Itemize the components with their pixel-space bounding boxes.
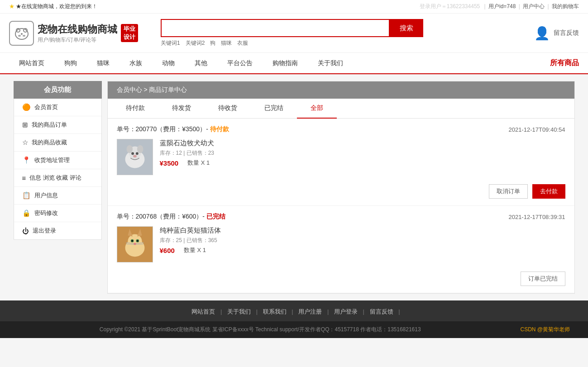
svg-point-21 <box>131 240 133 242</box>
search-input[interactable] <box>161 19 390 37</box>
product-1-price: ¥3500 <box>160 159 179 167</box>
product-2-price-row: ¥600 数量 X 1 <box>160 246 565 254</box>
keyword-4[interactable]: 猫咪 <box>221 39 232 47</box>
feedback-area[interactable]: 👤 留言反馈 <box>534 26 579 41</box>
sidebar-item-orders[interactable]: ⊞ 我的商品订单 <box>14 116 101 134</box>
footer-feedback[interactable]: 留言反馈 <box>370 308 393 315</box>
order-1-time: 2021-12-17T09:40:54 <box>508 126 565 133</box>
copyright-text: Copyright ©2021 基于SprintBoot宠物商城系统 某省ICP… <box>100 326 421 333</box>
user-id-link[interactable]: 用户id=748 <box>488 3 516 10</box>
nav-all-products[interactable]: 所有商品 <box>550 53 579 73</box>
logo-subtitle: 用户/购物车/订单/评论等 <box>38 36 117 44</box>
top-bar: ★ ★在线宠物商城，欢迎您的到来！ 登录用户＝13622334455 | 用户i… <box>0 0 588 14</box>
footer-about[interactable]: 关于我们 <box>227 308 251 315</box>
sidebar-item-user-info[interactable]: 📋 用户信息 <box>14 187 101 205</box>
logo-text: 宠物在线购物商城 用户/购物车/订单/评论等 <box>38 23 117 44</box>
nav-about[interactable]: 关于我们 <box>308 54 353 74</box>
badge-line2: 设计 <box>124 33 135 41</box>
cancel-order-1-button[interactable]: 取消订单 <box>489 184 528 199</box>
sidebar-item-label: 会员首页 <box>34 103 58 111</box>
logout-icon: ⏻ <box>22 227 29 235</box>
star-icon: ★ <box>9 3 14 10</box>
order-1-product-row: 蓝陨石边牧犬幼犬 库存：12 | 已销售：23 ¥3500 数量 X 1 <box>117 139 565 175</box>
sidebar-item-favorites[interactable]: ☆ 我的商品收藏 <box>14 134 101 152</box>
sidebar-item-logout[interactable]: ⏻ 退出登录 <box>14 222 101 239</box>
password-icon: 🔒 <box>22 209 31 217</box>
keyword-2[interactable]: 关键词2 <box>186 39 205 47</box>
keyword-3[interactable]: 狗 <box>210 39 215 47</box>
tab-pending-payment[interactable]: 待付款 <box>112 99 158 119</box>
order-2-product-row: 纯种蓝白英短猫活体 库存：25 | 已销售：365 ¥600 数量 X 1 <box>117 226 565 262</box>
footer-login[interactable]: 用户登录 <box>334 308 358 315</box>
favorites-icon: ☆ <box>22 138 28 147</box>
svg-point-4 <box>23 35 25 37</box>
orders-icon: ⊞ <box>22 121 28 129</box>
sidebar-item-member-home[interactable]: 🟠 会员首页 <box>14 99 101 116</box>
order-1-num-text: 单号：200770（费用：¥3500）- <box>117 125 210 133</box>
feedback-label: 留言反馈 <box>554 29 579 37</box>
search-button[interactable]: 搜索 <box>390 19 423 37</box>
svg-point-16 <box>128 234 142 248</box>
nav-guide[interactable]: 购物指南 <box>263 54 308 74</box>
svg-point-5 <box>21 33 23 35</box>
footer-sep5: | <box>363 308 366 315</box>
sidebar-item-info-browse[interactable]: ≡ 信息 浏览 收藏 评论 <box>14 169 101 187</box>
nav-announcement[interactable]: 平台公告 <box>217 54 263 74</box>
tab-pending-ship[interactable]: 待发货 <box>158 99 205 119</box>
order-2-number: 单号：200768（费用：¥600）- 已完结 <box>117 213 225 221</box>
member-home-icon: 🟠 <box>22 103 31 111</box>
nav-dog[interactable]: 狗狗 <box>54 54 87 74</box>
nav-animal[interactable]: 动物 <box>152 54 185 74</box>
svg-point-11 <box>131 152 134 155</box>
footer-register[interactable]: 用户注册 <box>298 308 322 315</box>
sidebar-item-address[interactable]: 📍 收货地址管理 <box>14 152 101 169</box>
footer-contact[interactable]: 联系我们 <box>263 308 287 315</box>
top-user-info: 登录用户＝13622334455 | 用户id=748 | 用户中心 | 我的购… <box>418 3 579 10</box>
notice-text: ★在线宠物商城，欢迎您的到来！ <box>16 3 97 10</box>
pay-order-1-button[interactable]: 去付款 <box>532 184 565 199</box>
header: 宠物在线购物商城 用户/购物车/订单/评论等 毕业 设计 搜索 关键词1 关键词… <box>0 14 588 53</box>
svg-point-13 <box>133 155 137 157</box>
sidebar-item-label: 信息 浏览 收藏 评论 <box>29 174 81 182</box>
svg-point-22 <box>136 240 138 242</box>
user-account: 登录用户＝13622334455 <box>420 3 480 10</box>
sidebar: 会员功能 🟠 会员首页 ⊞ 我的商品订单 ☆ 我的商品收藏 📍 收货地址管理 ≡… <box>14 81 102 294</box>
product-1-stock: 库存：12 | 已销售：23 <box>160 149 565 157</box>
top-notice: ★ ★在线宠物商城，欢迎您的到来！ <box>9 3 97 10</box>
sidebar-item-label: 我的商品收藏 <box>32 138 67 147</box>
sidebar-item-label: 用户信息 <box>34 191 58 200</box>
order-tabs: 待付款 待发货 待收货 已完结 全部 <box>108 99 574 119</box>
sep2: | <box>519 3 521 10</box>
sidebar-item-label: 退出登录 <box>33 227 56 235</box>
svg-point-9 <box>126 145 133 153</box>
nav-other[interactable]: 其他 <box>185 54 217 74</box>
product-1-qty: 数量 X 1 <box>187 159 210 167</box>
tab-pending-receive[interactable]: 待收货 <box>205 99 251 119</box>
user-avatar-icon: 👤 <box>534 26 550 41</box>
footer-home[interactable]: 网站首页 <box>191 308 215 315</box>
footer-nav: 网站首页 | 关于我们 | 联系我们 | 用户注册 | 用户登录 | 留言反馈 … <box>0 300 588 321</box>
product-1-price-row: ¥3500 数量 X 1 <box>160 159 565 167</box>
nav-home[interactable]: 网站首页 <box>9 54 54 74</box>
product-1-image <box>117 139 153 175</box>
footer-sep3: | <box>292 308 295 315</box>
order-2-header: 单号：200768（费用：¥600）- 已完结 2021-12-17T08:39… <box>117 213 565 221</box>
tab-all[interactable]: 全部 <box>297 99 337 119</box>
logo-title: 宠物在线购物商城 <box>38 23 117 36</box>
user-center-link[interactable]: 用户中心 <box>523 3 545 10</box>
order-1-actions: 取消订单 去付款 <box>117 181 565 199</box>
order-1-number: 单号：200770（费用：¥3500）- 待付款 <box>117 125 229 133</box>
product-2-price: ¥600 <box>160 247 175 254</box>
keyword-5[interactable]: 衣服 <box>237 39 248 47</box>
sidebar-item-password[interactable]: 🔒 密码修改 <box>14 205 101 222</box>
tab-completed[interactable]: 已完结 <box>251 99 297 119</box>
done-order-2-button[interactable]: 订单已完结 <box>521 272 565 286</box>
cart-link[interactable]: 我的购物车 <box>552 3 579 10</box>
user-info-icon: 📋 <box>22 191 31 200</box>
nav-aquatic[interactable]: 水族 <box>120 54 152 74</box>
sidebar-menu: 🟠 会员首页 ⊞ 我的商品订单 ☆ 我的商品收藏 📍 收货地址管理 ≡ 信息 浏… <box>14 99 102 240</box>
product-2-stock: 库存：25 | 已销售：365 <box>160 237 565 244</box>
keyword-1[interactable]: 关键词1 <box>161 39 180 47</box>
nav-cat[interactable]: 猫咪 <box>87 54 120 74</box>
order-item-2: 单号：200768（费用：¥600）- 已完结 2021-12-17T08:39… <box>108 206 574 293</box>
